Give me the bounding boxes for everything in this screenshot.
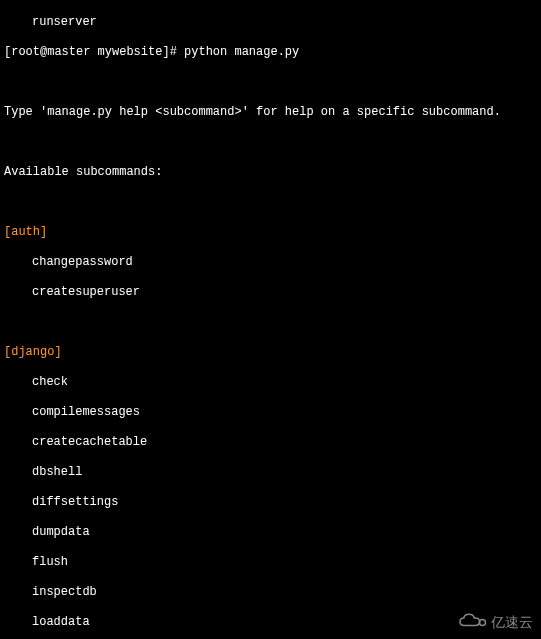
cmd-dumpdata: dumpdata bbox=[4, 525, 537, 540]
cmd-createcachetable: createcachetable bbox=[4, 435, 537, 450]
blank bbox=[4, 75, 537, 90]
terminal-output: runserver [root@master mywebsite]# pytho… bbox=[0, 0, 541, 639]
cmd-inspectdb: inspectdb bbox=[4, 585, 537, 600]
cmd-diffsettings: diffsettings bbox=[4, 495, 537, 510]
svg-point-0 bbox=[480, 620, 486, 626]
watermark-text: 亿速云 bbox=[491, 615, 533, 630]
section-django: [django] bbox=[4, 345, 537, 360]
cmd-runserver-top: runserver bbox=[4, 15, 537, 30]
cloud-icon bbox=[457, 612, 487, 633]
cmd-createsuperuser: createsuperuser bbox=[4, 285, 537, 300]
section-auth: [auth] bbox=[4, 225, 537, 240]
cmd-check: check bbox=[4, 375, 537, 390]
available-text: Available subcommands: bbox=[4, 165, 537, 180]
blank bbox=[4, 315, 537, 330]
blank bbox=[4, 195, 537, 210]
blank bbox=[4, 135, 537, 150]
help-text: Type 'manage.py help <subcommand>' for h… bbox=[4, 105, 537, 120]
cmd-flush: flush bbox=[4, 555, 537, 570]
cmd-changepassword: changepassword bbox=[4, 255, 537, 270]
cmd-dbshell: dbshell bbox=[4, 465, 537, 480]
watermark: 亿速云 bbox=[457, 612, 533, 633]
shell-prompt: [root@master mywebsite]# python manage.p… bbox=[4, 45, 537, 60]
cmd-compilemessages: compilemessages bbox=[4, 405, 537, 420]
